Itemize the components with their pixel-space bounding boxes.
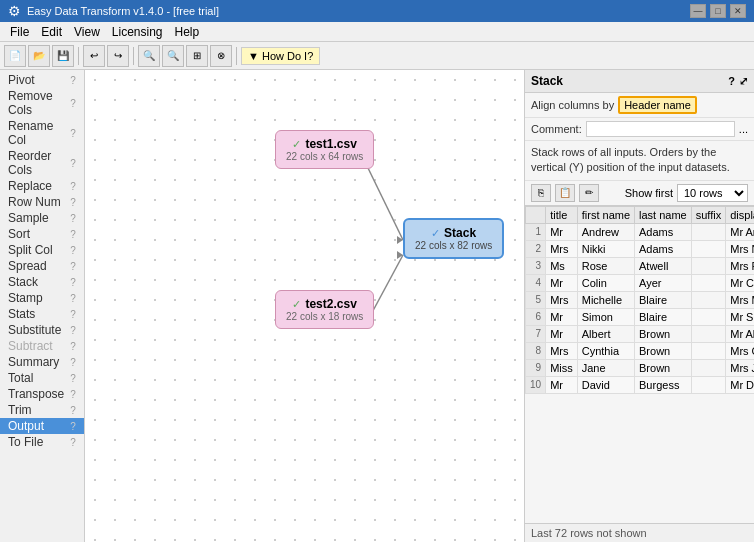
help-circle-icon[interactable]: ? <box>66 373 80 384</box>
minimize-button[interactable]: — <box>690 4 706 18</box>
sidebar-item-total[interactable]: Total? <box>0 370 84 386</box>
test2-title: test2.csv <box>305 297 356 311</box>
help-circle-icon[interactable]: ? <box>66 197 80 208</box>
rp-footer: Last 72 rows not shown <box>525 523 754 542</box>
sidebar-item-substitute[interactable]: Substitute? <box>0 322 84 338</box>
table-cell: Ms <box>546 257 578 274</box>
sidebar-item-stack[interactable]: Stack? <box>0 274 84 290</box>
help-circle-icon[interactable]: ? <box>66 213 80 224</box>
menu-licensing[interactable]: Licensing <box>106 25 169 39</box>
table-cell <box>691 240 725 257</box>
open-button[interactable]: 📂 <box>28 45 50 67</box>
menu-view[interactable]: View <box>68 25 106 39</box>
test1-title: test1.csv <box>305 137 356 151</box>
sidebar-item-replace[interactable]: Replace? <box>0 178 84 194</box>
table-cell: Andrew <box>577 223 634 240</box>
new-button[interactable]: 📄 <box>4 45 26 67</box>
table-row: 10MrDavidBurgessMr David Br <box>526 376 755 393</box>
expand-icon[interactable]: ⤢ <box>739 75 748 88</box>
sidebar-item-to-file[interactable]: To File? <box>0 434 84 450</box>
comment-dots[interactable]: ... <box>739 123 748 135</box>
canvas[interactable]: ✓test1.csv 22 cols x 64 rows ✓Stack 22 c… <box>85 70 524 542</box>
sidebar-item-split-col[interactable]: Split Col? <box>0 242 84 258</box>
help-circle-icon[interactable]: ? <box>66 128 80 139</box>
separator-2 <box>133 47 134 65</box>
show-rows-select[interactable]: 10 rows 50 rows 100 rows All rows <box>677 184 748 202</box>
sidebar-item-remove-cols[interactable]: Remove Cols? <box>0 88 84 118</box>
sidebar-label: Sample <box>8 211 66 225</box>
sidebar-item-row-num[interactable]: Row Num? <box>0 194 84 210</box>
check-icon-stack: ✓ <box>431 227 440 239</box>
edit-btn[interactable]: ✏ <box>579 184 599 202</box>
redo-button[interactable]: ↪ <box>107 45 129 67</box>
help-circle-icon[interactable]: ? <box>66 98 80 109</box>
table-cell: Atwell <box>635 257 692 274</box>
close-button[interactable]: ✕ <box>730 4 746 18</box>
table-cell: Mr Simon B <box>726 308 754 325</box>
row-num: 9 <box>526 359 546 376</box>
sidebar-item-stats[interactable]: Stats? <box>0 306 84 322</box>
help-circle-icon[interactable]: ? <box>66 181 80 192</box>
help-circle-icon[interactable]: ? <box>66 75 80 86</box>
sidebar-item-subtract[interactable]: Subtract? <box>0 338 84 354</box>
help-circle-icon[interactable]: ? <box>66 437 80 448</box>
data-table-wrap[interactable]: titlefirst namelast namesuffixdisplay na… <box>525 206 754 523</box>
sidebar-item-reorder-cols[interactable]: Reorder Cols? <box>0 148 84 178</box>
col-header-row-num <box>526 206 546 223</box>
help-circle-icon[interactable]: ? <box>66 405 80 416</box>
row-num: 2 <box>526 240 546 257</box>
help-circle-icon[interactable]: ? <box>66 341 80 352</box>
paste-btn[interactable]: 📋 <box>555 184 575 202</box>
how-do-i-button[interactable]: ▼ How Do I? <box>241 47 320 65</box>
sidebar-item-pivot[interactable]: Pivot? <box>0 72 84 88</box>
sidebar-label: Replace <box>8 179 66 193</box>
save-button[interactable]: 💾 <box>52 45 74 67</box>
help-circle-icon[interactable]: ? <box>66 261 80 272</box>
check-icon-1: ✓ <box>292 138 301 150</box>
maximize-button[interactable]: □ <box>710 4 726 18</box>
help-circle-icon[interactable]: ? <box>66 421 80 432</box>
zoom-in-button[interactable]: 🔍 <box>138 45 160 67</box>
stop-button[interactable]: ⊗ <box>210 45 232 67</box>
table-cell: David <box>577 376 634 393</box>
copy-btn[interactable]: ⎘ <box>531 184 551 202</box>
help-circle-icon[interactable]: ? <box>66 389 80 400</box>
menu-help[interactable]: Help <box>169 25 206 39</box>
main-area: Pivot?Remove Cols?Rename Col?Reorder Col… <box>0 70 754 542</box>
grid-button[interactable]: ⊞ <box>186 45 208 67</box>
help-circle-icon[interactable]: ? <box>66 357 80 368</box>
comment-input[interactable] <box>586 121 735 137</box>
help-circle-icon[interactable]: ? <box>66 325 80 336</box>
table-cell: Mr <box>546 223 578 240</box>
sidebar-item-summary[interactable]: Summary? <box>0 354 84 370</box>
help-circle-icon[interactable]: ? <box>66 277 80 288</box>
table-cell <box>691 223 725 240</box>
sidebar-item-output[interactable]: Output? <box>0 418 84 434</box>
test2-node[interactable]: ✓test2.csv 22 cols x 18 rows <box>275 290 374 329</box>
menu-file[interactable]: File <box>4 25 35 39</box>
table-cell: Blaire <box>635 291 692 308</box>
align-value[interactable]: Header name <box>618 96 697 114</box>
help-circle-icon[interactable]: ? <box>66 245 80 256</box>
sidebar-item-sort[interactable]: Sort? <box>0 226 84 242</box>
menu-edit[interactable]: Edit <box>35 25 68 39</box>
sidebar-item-trim[interactable]: Trim? <box>0 402 84 418</box>
test1-node[interactable]: ✓test1.csv 22 cols x 64 rows <box>275 130 374 169</box>
sidebar-item-sample[interactable]: Sample? <box>0 210 84 226</box>
stack-node[interactable]: ✓Stack 22 cols x 82 rows <box>403 218 504 259</box>
undo-button[interactable]: ↩ <box>83 45 105 67</box>
help-circle-icon[interactable]: ? <box>66 293 80 304</box>
sidebar-item-stamp[interactable]: Stamp? <box>0 290 84 306</box>
zoom-out-button[interactable]: 🔍 <box>162 45 184 67</box>
help-circle-icon[interactable]: ? <box>66 309 80 320</box>
sidebar-item-rename-col[interactable]: Rename Col? <box>0 118 84 148</box>
help-circle-icon[interactable]: ? <box>66 158 80 169</box>
help-icon[interactable]: ? <box>728 75 735 88</box>
sidebar-item-transpose[interactable]: Transpose? <box>0 386 84 402</box>
table-cell: Mrs Jane Br <box>726 359 754 376</box>
table-cell <box>691 308 725 325</box>
row-num: 3 <box>526 257 546 274</box>
sidebar-item-spread[interactable]: Spread? <box>0 258 84 274</box>
help-circle-icon[interactable]: ? <box>66 229 80 240</box>
table-cell: Mrs <box>546 342 578 359</box>
